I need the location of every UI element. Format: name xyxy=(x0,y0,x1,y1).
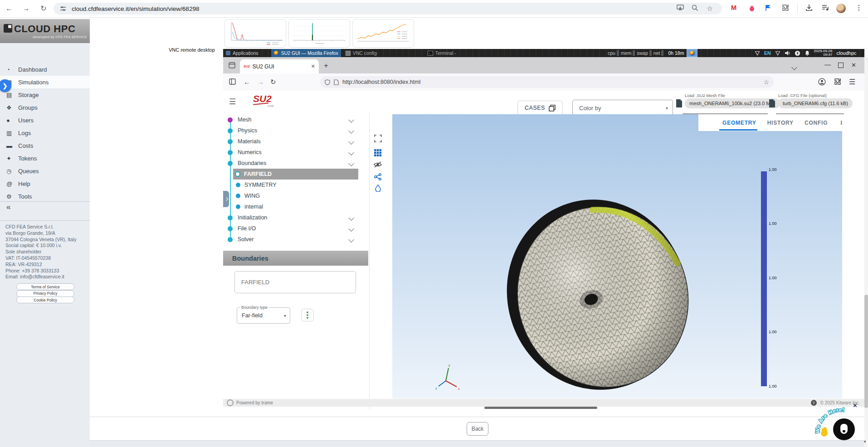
tree-node-internal[interactable]: internal xyxy=(223,201,369,212)
forward-icon[interactable]: → xyxy=(22,5,31,14)
tree-node-fileio[interactable]: File I/O xyxy=(223,223,369,234)
tree-node-wing[interactable]: WING xyxy=(223,190,369,201)
notifications-bell-icon[interactable] xyxy=(805,50,810,56)
cfg-file-icon[interactable] xyxy=(769,99,775,108)
downloads-icon[interactable] xyxy=(805,4,814,13)
install-app-icon[interactable] xyxy=(677,4,684,13)
cookie-policy-button[interactable]: Cookie Policy xyxy=(16,296,74,303)
tray-clock[interactable]: 2025-09-2609:47 xyxy=(814,49,833,57)
sidebar-item-groups[interactable]: ❖Groups xyxy=(0,101,90,114)
ff-account-icon[interactable] xyxy=(818,78,826,87)
ff-forward-icon[interactable]: → xyxy=(257,78,264,86)
sidebar-item-help[interactable]: @Help xyxy=(0,177,90,190)
su2-menu-icon[interactable]: ☰ xyxy=(229,97,236,107)
tray-shield-icon[interactable] xyxy=(755,51,760,56)
media-list-icon[interactable] xyxy=(821,4,830,13)
applications-menu[interactable]: Applications xyxy=(223,49,261,57)
window-close-icon[interactable]: ✕ xyxy=(851,62,856,68)
power-manager-icon[interactable] xyxy=(795,50,800,56)
sidebar-item-queues[interactable]: ◷Queues xyxy=(0,165,90,177)
sidebar-collapse-button[interactable]: « xyxy=(6,203,10,212)
mesh-file-chip[interactable]: mesh_ONERAM6_100k.su2 (23.0 MB) xyxy=(685,98,780,108)
color-by-select[interactable]: Color by ▾ xyxy=(572,100,673,116)
sidebar-item-storage[interactable]: ▤Storage xyxy=(0,88,90,101)
window-button-firefox[interactable]: SU2 GUI — Mozilla Firefox xyxy=(271,49,341,57)
ff-menu-icon[interactable]: ☰ xyxy=(849,78,855,86)
convergence-thumbnail-card[interactable] xyxy=(352,19,414,48)
geometry-viewport[interactable]: y x z xyxy=(392,114,842,398)
chevron-down-icon[interactable] xyxy=(348,139,354,145)
chevron-down-icon[interactable] xyxy=(348,237,354,243)
back-icon[interactable]: ← xyxy=(5,5,14,14)
tab-config[interactable]: CONFIG xyxy=(805,120,828,126)
ff-back-icon[interactable]: ← xyxy=(244,78,250,86)
reload-icon[interactable]: ↻ xyxy=(39,5,48,14)
axes-toggle-icon[interactable] xyxy=(372,171,384,183)
chevron-down-icon[interactable] xyxy=(348,150,354,155)
tree-node-boundaries[interactable]: Boundaries xyxy=(223,158,369,169)
metric-thumbnail-card[interactable] xyxy=(288,19,350,48)
flag-extension-icon[interactable] xyxy=(764,5,773,14)
sidebar-panel-icon[interactable] xyxy=(229,78,236,87)
ff-extensions-icon[interactable] xyxy=(834,78,841,87)
residuals-thumbnail-card[interactable] xyxy=(224,19,286,48)
taskbar-firefox-launcher[interactable] xyxy=(687,49,697,57)
chevron-down-icon[interactable] xyxy=(348,117,354,123)
back-button[interactable]: Back xyxy=(467,422,488,436)
tree-node-farfield[interactable]: FARFIELD xyxy=(223,169,369,180)
cfg-file-chip[interactable]: turb_ONERAM6.cfg (11.6 kB) xyxy=(778,98,853,108)
site-settings-icon[interactable] xyxy=(60,5,66,12)
volume-icon[interactable] xyxy=(785,50,790,56)
window-button-vnc-config[interactable]: VNC config xyxy=(343,49,380,57)
tree-node-symmetry[interactable]: SYMMETRY xyxy=(223,180,369,190)
tab-close-icon[interactable]: ✕ xyxy=(311,63,315,69)
horizontal-scrollbar-thumb[interactable] xyxy=(484,407,597,409)
cases-button[interactable]: CASES xyxy=(517,101,563,115)
window-minimize-icon[interactable]: — xyxy=(824,61,831,68)
new-tab-icon[interactable]: + xyxy=(324,61,328,70)
sidebar-item-tokens[interactable]: ✦Tokens xyxy=(0,152,90,165)
tracking-shield-icon[interactable] xyxy=(325,79,330,85)
tree-panel-handle[interactable] xyxy=(223,191,229,207)
reset-camera-icon[interactable] xyxy=(372,132,384,144)
sidebar-item-dashboard[interactable]: ◔Dashboard xyxy=(0,63,90,76)
tree-node-solver[interactable]: Solver xyxy=(223,234,369,245)
window-button-terminal[interactable]: ›_ Terminal - xyxy=(425,49,459,57)
chevron-down-icon[interactable] xyxy=(348,160,354,166)
keyboard-language[interactable]: EN xyxy=(764,50,771,56)
grid-toggle-icon[interactable] xyxy=(372,147,384,159)
boundary-options-menu[interactable] xyxy=(301,309,314,321)
chevron-down-icon[interactable] xyxy=(348,226,354,232)
tree-node-mesh[interactable]: Mesh xyxy=(223,114,369,125)
firefox-view-icon[interactable] xyxy=(229,62,235,70)
tabs-dropdown-icon[interactable] xyxy=(792,63,796,71)
boundary-type-select[interactable]: Boundary type Far-field ▾ xyxy=(237,307,290,324)
mesh-file-icon[interactable] xyxy=(676,99,683,108)
boundary-name-input[interactable] xyxy=(234,271,356,293)
window-maximize-icon[interactable] xyxy=(838,63,844,68)
tree-node-initialization[interactable]: Initialization xyxy=(223,212,369,223)
tray-dropdown-icon[interactable] xyxy=(775,51,780,56)
privacy-policy-button[interactable]: Privacy Policy xyxy=(16,290,74,297)
sidebar-item-users[interactable]: ●Users xyxy=(0,114,90,126)
extensions-puzzle-icon[interactable] xyxy=(781,4,790,13)
page-scrollbar-thumb[interactable] xyxy=(864,295,868,408)
tree-node-numerics[interactable]: Numerics xyxy=(223,147,369,158)
sidebar-item-simulations[interactable]: ▦Simulations xyxy=(0,76,90,88)
gmail-extension-icon[interactable]: M xyxy=(729,4,738,13)
terms-of-service-button[interactable]: Terms of Service xyxy=(16,283,74,290)
tab-geometry[interactable]: GEOMETRY xyxy=(722,120,756,126)
opacity-droplet-icon[interactable] xyxy=(372,182,384,194)
zoom-icon[interactable] xyxy=(692,5,698,13)
sidebar-item-costs[interactable]: ▬Costs xyxy=(0,139,90,152)
ff-reload-icon[interactable]: ↻ xyxy=(270,78,276,86)
tab-history[interactable]: HISTORY xyxy=(767,120,794,126)
firefox-tab[interactable]: SU2 SU2 GUI ✕ xyxy=(240,59,319,73)
address-bar[interactable]: cloud.cfdfeaservice.it/en/simulation/vie… xyxy=(54,3,722,15)
sidebar-item-logs[interactable]: ▥Logs xyxy=(0,126,90,139)
page-info-icon[interactable] xyxy=(334,79,339,85)
ff-bookmark-star-icon[interactable]: ☆ xyxy=(763,78,769,86)
chevron-down-icon[interactable] xyxy=(348,128,354,134)
avatar[interactable] xyxy=(836,4,846,13)
sidebar-item-tools[interactable]: ⚙Tools xyxy=(0,190,90,203)
